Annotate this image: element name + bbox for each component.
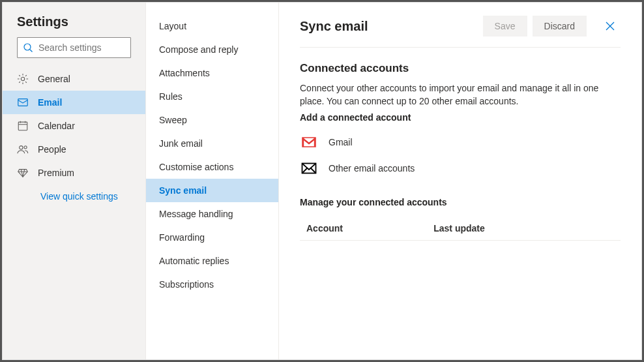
main-header: Sync email Save Discard xyxy=(300,16,621,48)
subnav: Layout Compose and reply Attachments Rul… xyxy=(146,3,279,359)
subnav-sweep[interactable]: Sweep xyxy=(146,108,278,132)
main-panel: Sync email Save Discard Connected accoun… xyxy=(279,3,641,359)
connected-heading: Connected accounts xyxy=(300,62,621,75)
add-gmail-option[interactable]: Gmail xyxy=(300,129,621,155)
subnav-junk[interactable]: Junk email xyxy=(146,132,278,155)
add-connected-label: Add a connected account xyxy=(300,112,621,123)
settings-title: Settings xyxy=(3,14,145,37)
view-quick-settings-link[interactable]: View quick settings xyxy=(3,185,145,208)
nav-label: Email xyxy=(38,97,62,108)
search-box[interactable] xyxy=(17,37,131,58)
nav-label: People xyxy=(38,144,66,155)
nav-label: Calendar xyxy=(38,121,75,131)
mail-icon xyxy=(17,97,29,108)
svg-point-2 xyxy=(21,77,24,80)
add-option-label: Other email accounts xyxy=(329,163,415,173)
nav-people[interactable]: People xyxy=(3,138,145,161)
nav-general[interactable]: General xyxy=(3,67,145,91)
settings-window: Settings General Email Calendar Peop xyxy=(2,2,642,360)
discard-button[interactable]: Discard xyxy=(533,16,587,37)
close-button[interactable] xyxy=(600,16,621,37)
subnav-layout[interactable]: Layout xyxy=(146,14,278,38)
table-col-account: Account xyxy=(300,217,428,241)
connected-accounts-section: Connected accounts Connect your other ac… xyxy=(300,48,621,241)
subnav-attachments[interactable]: Attachments xyxy=(146,61,278,85)
diamond-icon xyxy=(17,167,29,179)
svg-point-0 xyxy=(24,44,31,50)
manage-heading: Manage your connected accounts xyxy=(300,197,621,207)
svg-point-11 xyxy=(20,146,23,149)
svg-rect-3 xyxy=(18,99,27,106)
nav-label: Premium xyxy=(38,168,74,178)
subnav-list: Layout Compose and reply Attachments Rul… xyxy=(146,14,278,296)
subnav-rules[interactable]: Rules xyxy=(146,85,278,108)
subnav-compose[interactable]: Compose and reply xyxy=(146,38,278,61)
nav-list: General Email Calendar People Premium xyxy=(3,67,145,185)
people-icon xyxy=(17,143,29,155)
subnav-message-handling[interactable]: Message handling xyxy=(146,202,278,226)
save-button[interactable]: Save xyxy=(483,16,527,37)
page-title: Sync email xyxy=(300,19,478,34)
nav-label: General xyxy=(38,74,70,84)
gmail-icon xyxy=(300,136,318,148)
nav-calendar[interactable]: Calendar xyxy=(3,114,145,138)
nav-premium[interactable]: Premium xyxy=(3,161,145,185)
add-other-option[interactable]: Other email accounts xyxy=(300,155,621,181)
svg-rect-4 xyxy=(18,122,27,130)
search-icon xyxy=(23,42,33,53)
subnav-subscriptions[interactable]: Subscriptions xyxy=(146,273,278,296)
table-header-row: Account Last update xyxy=(300,217,621,241)
close-icon xyxy=(606,22,615,31)
add-option-label: Gmail xyxy=(329,137,353,147)
nav-email[interactable]: Email xyxy=(3,91,145,114)
table-col-actions xyxy=(593,217,621,241)
settings-sidebar: Settings General Email Calendar Peop xyxy=(3,3,146,359)
calendar-icon xyxy=(17,120,29,132)
svg-line-1 xyxy=(30,50,33,52)
subnav-customise[interactable]: Customise actions xyxy=(146,155,278,179)
svg-point-12 xyxy=(24,146,27,149)
gear-icon xyxy=(17,73,29,85)
subnav-auto-replies[interactable]: Automatic replies xyxy=(146,249,278,273)
connected-desc: Connect your other accounts to import yo… xyxy=(300,82,621,108)
subnav-sync-email[interactable]: Sync email xyxy=(146,179,278,202)
envelope-icon xyxy=(300,162,318,174)
subnav-forwarding[interactable]: Forwarding xyxy=(146,226,278,249)
table-col-last-update: Last update xyxy=(428,217,593,241)
connected-accounts-table: Account Last update xyxy=(300,217,621,241)
search-input[interactable] xyxy=(33,42,153,53)
search-container xyxy=(3,37,145,67)
